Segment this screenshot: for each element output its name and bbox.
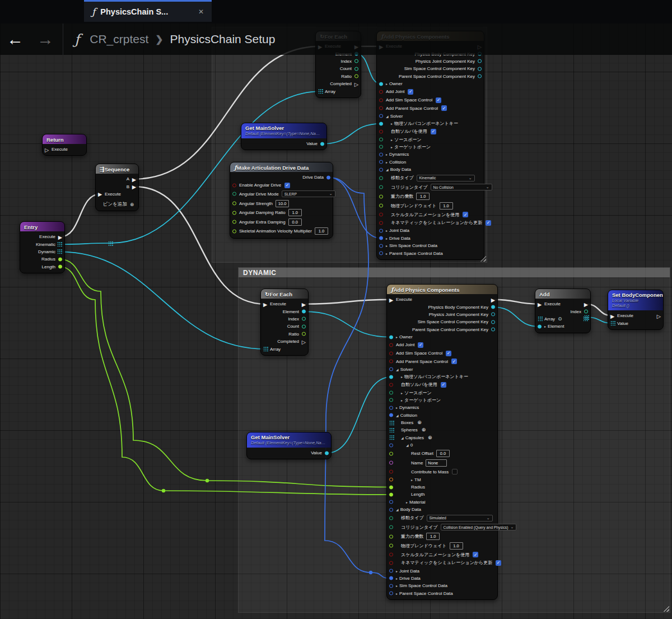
value-pin[interactable] bbox=[325, 451, 329, 455]
checkbox[interactable]: ✓ bbox=[431, 129, 436, 134]
comment-title[interactable]: DYNAMIC bbox=[239, 268, 670, 277]
execute-pin[interactable]: ▶ bbox=[302, 301, 306, 306]
value-input[interactable]: 0.0 bbox=[288, 218, 302, 226]
expander-icon[interactable]: ▸ bbox=[544, 324, 546, 328]
solver-pin[interactable] bbox=[379, 114, 383, 118]
checkbox[interactable]: ✓ bbox=[486, 220, 491, 226]
expander-icon[interactable]: ▸ bbox=[386, 236, 388, 240]
node-gms1[interactable]: Get MainSolverDefault (ElementKey=(Type=… bbox=[241, 123, 327, 150]
expander-icon[interactable]: ▸ bbox=[406, 500, 408, 504]
enum-dropdown[interactable]: SLERP⌄ bbox=[282, 190, 335, 197]
count-pin[interactable] bbox=[302, 324, 306, 328]
value-input[interactable]: 0.0 bbox=[436, 450, 450, 457]
node-header[interactable]: Entry bbox=[20, 222, 64, 231]
solver-pin[interactable] bbox=[389, 367, 393, 371]
drive-data-pin[interactable] bbox=[389, 576, 393, 580]
angular-damping-ratio-pin[interactable] bbox=[232, 211, 236, 215]
tab-close-icon[interactable]: ✕ bbox=[198, 8, 204, 16]
物理ソルバコンポーネントキー-pin[interactable] bbox=[389, 375, 393, 379]
execute-pin[interactable]: ▶ bbox=[263, 301, 267, 306]
0-pin[interactable] bbox=[389, 443, 393, 447]
drive-data-pin[interactable] bbox=[379, 236, 383, 240]
node-entry[interactable]: Entry▶ExecuteKinematicDynamicRadiusLengt… bbox=[20, 221, 65, 273]
expander-icon[interactable]: ◢ bbox=[386, 167, 389, 171]
add-sim-space-control-pin[interactable] bbox=[379, 98, 383, 102]
value-input[interactable]: 1.0 bbox=[426, 533, 440, 540]
execute-pin[interactable]: ▷ bbox=[45, 147, 49, 152]
スケルタルアニメーションを使用-pin[interactable] bbox=[389, 553, 393, 557]
kinematic-pin[interactable] bbox=[57, 242, 62, 247]
back-arrow-icon[interactable]: ← bbox=[0, 31, 30, 48]
value-pin[interactable] bbox=[610, 321, 615, 326]
checkbox[interactable] bbox=[452, 469, 458, 474]
collision-pin[interactable] bbox=[379, 160, 383, 164]
expander-icon[interactable]: ▸ bbox=[386, 152, 388, 156]
tab-physicschain-setup[interactable]: ƒ PhysicsChain S... ✕ bbox=[84, 0, 212, 22]
breadcrumb-parent[interactable]: CR_crptest bbox=[90, 32, 148, 46]
expander-icon[interactable]: ▸ bbox=[391, 122, 393, 125]
expander-icon[interactable]: ◢ bbox=[386, 114, 389, 118]
キネマティックをシミュレーションから更新-pin[interactable] bbox=[389, 561, 393, 565]
contribute-to-mass-pin[interactable] bbox=[389, 470, 393, 474]
reroute-node[interactable] bbox=[584, 315, 589, 320]
node-header[interactable]: Get MainSolverDefault (ElementKey=(Type=… bbox=[247, 432, 331, 448]
重力の乗数-pin[interactable] bbox=[379, 194, 383, 198]
expander-icon[interactable]: ▸ bbox=[386, 244, 388, 248]
物理ブレンドウェイト-pin[interactable] bbox=[379, 204, 383, 208]
enable-angular-drive-pin[interactable] bbox=[232, 183, 236, 187]
add-joint-pin[interactable] bbox=[379, 90, 383, 94]
execute-pin[interactable]: ▷ bbox=[657, 313, 661, 318]
array-pin[interactable] bbox=[318, 89, 323, 94]
owner-pin[interactable] bbox=[389, 335, 393, 339]
add-array-element-button[interactable]: ⊕ bbox=[428, 435, 432, 440]
ratio-pin[interactable] bbox=[354, 75, 358, 78]
tm-pin[interactable] bbox=[389, 478, 393, 482]
checkbox[interactable]: ✓ bbox=[451, 359, 457, 364]
自動ソルバを使用-pin[interactable] bbox=[379, 129, 383, 133]
物理ソルバコンポーネントキー-pin[interactable] bbox=[379, 122, 383, 125]
expander-icon[interactable]: ▸ bbox=[396, 584, 398, 588]
node-header[interactable]: Get MainSolverDefault (ElementKey=(Type=… bbox=[241, 123, 326, 138]
index-pin[interactable] bbox=[584, 310, 588, 314]
node-header[interactable]: ↻For Each bbox=[261, 289, 308, 299]
expander-icon[interactable]: ▸ bbox=[386, 160, 388, 164]
移動タイプ-pin[interactable] bbox=[389, 516, 393, 520]
ratio-pin[interactable] bbox=[302, 332, 306, 336]
radius-pin[interactable] bbox=[58, 257, 62, 261]
execute-pin[interactable]: ▶ bbox=[491, 297, 495, 302]
node-add[interactable]: Add▶▶ExecuteIndexArray⊙▸Element bbox=[535, 288, 591, 333]
value-pin[interactable] bbox=[320, 142, 324, 146]
expander-icon[interactable]: ▸ bbox=[396, 406, 398, 409]
owner-pin[interactable] bbox=[379, 82, 383, 86]
expander-icon[interactable]: ▸ bbox=[386, 229, 388, 232]
count-pin[interactable] bbox=[354, 67, 358, 71]
body-data-pin[interactable] bbox=[389, 508, 393, 511]
expander-icon[interactable]: ◢ bbox=[396, 508, 399, 511]
node-seq[interactable]: ⇶Sequence▶A▶B▶Executeピンを追加⊕ bbox=[95, 164, 139, 211]
expander-icon[interactable]: ◢ bbox=[406, 443, 409, 447]
checkbox[interactable]: ✓ bbox=[284, 183, 290, 188]
execute-pin[interactable]: ▶ bbox=[58, 234, 62, 239]
expander-icon[interactable]: ◢ bbox=[396, 367, 399, 371]
checkbox[interactable]: ✓ bbox=[446, 351, 451, 356]
expander-icon[interactable]: ▸ bbox=[391, 145, 393, 149]
enum-dropdown[interactable]: Kinematic⌄ bbox=[417, 175, 475, 181]
add-joint-pin[interactable] bbox=[389, 343, 393, 347]
execute-pin[interactable]: ▶ bbox=[584, 301, 588, 306]
a-pin[interactable]: ▶ bbox=[132, 176, 136, 181]
expander-icon[interactable]: ▸ bbox=[411, 478, 413, 482]
重力の乗数-pin[interactable] bbox=[389, 534, 393, 538]
node-ret[interactable]: Return▷Execute bbox=[42, 134, 87, 156]
element-pin[interactable] bbox=[538, 324, 542, 328]
物理ブレンドウェイト-pin[interactable] bbox=[389, 544, 393, 548]
execute-pin[interactable]: ▶ bbox=[98, 192, 102, 197]
value-input[interactable]: 1.0 bbox=[288, 209, 302, 216]
checkbox[interactable]: ✓ bbox=[418, 342, 423, 348]
キネマティックをシミュレーションから更新-pin[interactable] bbox=[379, 221, 383, 225]
joint-data-pin[interactable] bbox=[379, 229, 383, 232]
node-apc2[interactable]: ƒAdd Physics Components▶▶ExecutePhysics … bbox=[386, 284, 498, 600]
expander-icon[interactable]: ▸ bbox=[401, 375, 403, 379]
spheres-pin[interactable] bbox=[389, 427, 394, 432]
completed-pin[interactable]: ▷ bbox=[302, 339, 306, 344]
execute-pin[interactable]: ▶ bbox=[389, 297, 393, 302]
